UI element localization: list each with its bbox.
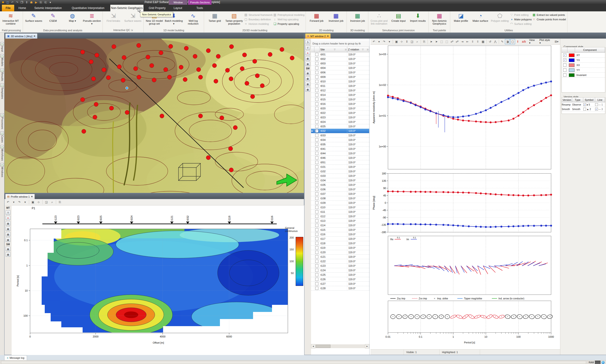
station-dot[interactable] (242, 53, 247, 57)
redo-icon[interactable]: ↷ (17, 199, 22, 205)
petrel-logo-icon[interactable]: ✹ (1, 0, 5, 4)
symbol-checkbox[interactable] (583, 108, 586, 111)
site-checkbox[interactable] (315, 98, 318, 101)
table-row[interactable]: t124119.0° (311, 268, 369, 273)
show-hide-icon[interactable]: ◨ (505, 39, 510, 44)
sidebar-tab-templates[interactable]: ▪Templates (0, 84, 4, 99)
site-checkbox[interactable] (315, 286, 318, 290)
column-header-site[interactable]: Site▽⊐ (320, 47, 347, 52)
table-row[interactable]: t024119.0° (311, 120, 369, 124)
station-dot[interactable] (125, 110, 129, 115)
sidebar-tab-results[interactable]: ▪Results (0, 69, 4, 81)
site-checkbox[interactable] (315, 107, 318, 110)
fit-window-icon[interactable]: ⊹ (36, 199, 41, 205)
station-dot[interactable] (206, 156, 211, 160)
map-3d-view[interactable] (4, 39, 304, 193)
station-dot[interactable] (206, 49, 211, 53)
table-row[interactable]: t113119.0° (311, 219, 369, 223)
site-checkbox[interactable] (315, 219, 318, 222)
component-checkbox[interactable]: ✓ (563, 53, 566, 57)
table-row[interactable]: t116119.0° (311, 232, 369, 237)
select-add-icon[interactable]: ➤ (434, 39, 439, 44)
station-dot[interactable] (198, 114, 203, 118)
site-checkbox[interactable] (315, 210, 318, 213)
scroll-right-icon[interactable]: ► (365, 344, 369, 348)
profile-pick-icon[interactable]: ⋀ (493, 39, 498, 44)
station-dot[interactable] (255, 74, 259, 78)
zoom-area-icon[interactable]: ◲ (409, 39, 414, 44)
table-row[interactable]: t128119.0° (311, 286, 369, 291)
table-row[interactable]: t003119.0° (311, 61, 369, 66)
component-checkbox[interactable] (563, 68, 566, 72)
close-icon[interactable]: ✕ (31, 195, 33, 198)
new-display-window-icon[interactable]: ❐ (20, 0, 24, 4)
line-checkbox[interactable] (595, 103, 598, 106)
station-dot[interactable] (122, 55, 126, 60)
table-icon[interactable]: ▦ (6, 232, 10, 236)
site-checkbox[interactable] (315, 80, 318, 83)
table-row[interactable]: t020119.0° (311, 106, 369, 111)
column-header-z-rotation[interactable]: Z rotation▽⊐ (347, 47, 369, 52)
redo-icon[interactable]: ↷ (382, 39, 387, 44)
pin-icon[interactable]: ⊐ (367, 48, 368, 51)
table-row[interactable]: t012119.0° (311, 88, 369, 93)
version-header-type[interactable]: Type (572, 98, 583, 102)
component-row-yy[interactable]: YY (562, 68, 605, 73)
color-swatch[interactable] (569, 58, 575, 62)
table-row[interactable]: t046119.0° (311, 156, 369, 160)
table-row[interactable]: t125119.0° (311, 273, 369, 277)
ribbon-item-surface-waves[interactable]: ✎Surface waves (24, 12, 43, 25)
table-row[interactable]: t009119.0° (311, 75, 369, 79)
station-dot[interactable] (106, 76, 111, 80)
table-row[interactable]: t006119.0° (311, 70, 369, 75)
site-checkbox[interactable] (315, 53, 318, 56)
site-checkbox[interactable] (315, 62, 318, 65)
site-checkbox[interactable] (315, 206, 318, 209)
site-checkbox[interactable] (315, 143, 318, 146)
ribbon-tab-quantitative-interpretation[interactable]: Quantitative Interpretation (67, 5, 109, 11)
vrange-select-icon[interactable]: ⇳ (470, 39, 475, 44)
table-row[interactable]: t035119.0° (311, 142, 369, 147)
delete-icon[interactable]: ✕ (6, 216, 10, 220)
site-checkbox[interactable] (315, 201, 318, 205)
station-dot[interactable] (91, 77, 96, 81)
message-log-tab[interactable]: ≡ Message log (4, 355, 27, 360)
rect-select-icon[interactable]: ⬚ (439, 39, 444, 44)
selected-station-dot[interactable] (126, 87, 128, 89)
copy-icon[interactable]: ⎘ (39, 0, 43, 4)
scroll-left-icon[interactable]: ◄ (311, 344, 315, 348)
annotate-icon[interactable]: ✎ (500, 39, 505, 44)
table-row[interactable]: t023119.0° (311, 115, 369, 120)
table-row[interactable]: t117119.0° (311, 237, 369, 241)
site-checkbox[interactable] (315, 246, 318, 249)
table-row[interactable]: t112119.0° (311, 214, 369, 219)
sidebar-tab-input[interactable]: ▪Input (0, 42, 4, 52)
ribbon-item-create-points-from-model[interactable]: ⁙Create points from model (532, 17, 566, 22)
table-row[interactable]: t108119.0° (311, 196, 369, 201)
hrange-select-icon[interactable]: ⇥ (460, 39, 465, 44)
background-icon[interactable]: ▢ (510, 39, 515, 44)
site-checkbox[interactable] (315, 179, 318, 182)
component-checkbox[interactable] (563, 64, 566, 67)
version-header-version[interactable]: Version (562, 98, 572, 102)
table-row[interactable]: t111119.0° (311, 210, 369, 214)
ribbon-item-import-results[interactable]: ⬇Import results (408, 12, 427, 25)
site-checkbox[interactable] (315, 111, 318, 115)
station-dot[interactable] (93, 115, 97, 119)
site-checkbox[interactable] (315, 89, 318, 92)
table-icon[interactable]: ▦ (6, 247, 10, 251)
undo-menu-icon[interactable]: ▾ (377, 39, 382, 44)
zoom-area-icon[interactable]: ◲ (44, 199, 49, 205)
sidebar-tab-processes[interactable]: ▪Processes (0, 113, 4, 129)
station-dot[interactable] (290, 56, 294, 60)
sidebar-tab-models[interactable]: ▪Models (0, 54, 4, 66)
version-header-symbol[interactable]: Symbol (583, 98, 595, 102)
ribbon-item-tartan-property-population[interactable]: ▧Tartan property population (225, 12, 244, 25)
pin-icon[interactable]: ⊐ (345, 48, 347, 51)
station-dot[interactable] (220, 116, 224, 120)
version-row-smooth[interactable]: SmoothSmooth▲ 2✓— 3 (562, 107, 605, 111)
table-row[interactable]: t102119.0° (311, 169, 369, 174)
station-dot[interactable] (121, 78, 125, 82)
station-dot[interactable] (159, 51, 163, 55)
ribbon-item-extract-iso-valued-points[interactable]: ▦Extract iso valued points (532, 13, 566, 17)
